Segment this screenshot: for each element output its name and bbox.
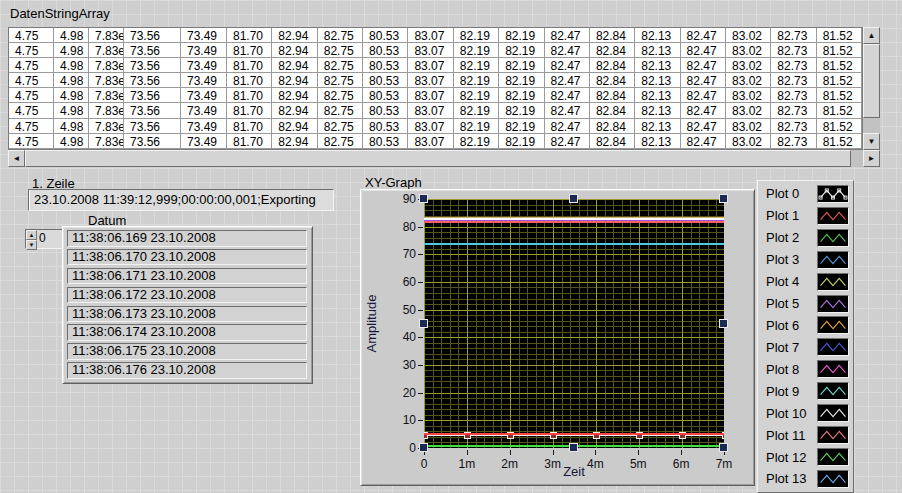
table-cell[interactable]: 82.47 (681, 134, 726, 149)
legend-item-plot-8[interactable]: Plot 8 (762, 358, 849, 380)
table-cell[interactable]: 81.52 (817, 28, 862, 43)
table-cell[interactable]: 83.02 (726, 103, 771, 118)
scroll-down-button[interactable]: ▼ (863, 133, 880, 150)
table-cell[interactable]: 82.13 (635, 134, 680, 149)
table-cell[interactable]: 82.94 (272, 134, 317, 149)
table-cell[interactable]: 82.73 (771, 103, 816, 118)
table-cell[interactable]: 4.75 (9, 43, 54, 58)
table-cell[interactable]: 83.02 (726, 119, 771, 134)
table-cell[interactable]: 83.07 (408, 73, 453, 88)
table-cell[interactable]: 80.53 (363, 58, 408, 73)
legend-sample-icon[interactable] (817, 404, 849, 422)
selection-handle[interactable] (569, 194, 578, 203)
table-cell[interactable]: 82.19 (499, 88, 544, 103)
table-cell[interactable]: 82.47 (681, 88, 726, 103)
spinner-increment-icon[interactable]: ▲ (26, 230, 37, 240)
table-cell[interactable]: 81.70 (227, 119, 272, 134)
table-cell[interactable]: 82.13 (635, 119, 680, 134)
table-cell[interactable]: 73.56 (124, 103, 181, 118)
legend-sample-icon[interactable] (817, 360, 849, 378)
table-cell[interactable]: 80.53 (363, 103, 408, 118)
table-cell[interactable]: 82.19 (499, 73, 544, 88)
table-cell[interactable]: 73.56 (124, 134, 181, 149)
table-cell[interactable]: 7.83e (89, 134, 124, 149)
table-cell[interactable]: 82.94 (272, 119, 317, 134)
table-cell[interactable]: 82.19 (454, 119, 499, 134)
table-cell[interactable]: 82.13 (635, 43, 680, 58)
table-cell[interactable]: 81.70 (227, 103, 272, 118)
table-cell[interactable]: 81.70 (227, 134, 272, 149)
legend-item-plot-12[interactable]: Plot 12 (762, 446, 849, 468)
table-cell[interactable]: 82.84 (590, 58, 635, 73)
table-cell[interactable]: 82.84 (590, 73, 635, 88)
legend-item-plot-13[interactable]: Plot 13 (762, 468, 849, 490)
legend-sample-icon[interactable] (817, 185, 849, 203)
table-cell[interactable]: 4.98 (54, 58, 89, 73)
table-cell[interactable]: 7.83e (89, 28, 124, 43)
table-cell[interactable]: 82.47 (681, 43, 726, 58)
table-cell[interactable]: 82.47 (545, 58, 590, 73)
table-cell[interactable]: 7.83e (89, 119, 124, 134)
table-cell[interactable]: 80.53 (363, 28, 408, 43)
table-cell[interactable]: 82.75 (318, 28, 363, 43)
legend-item-plot-6[interactable]: Plot 6 (762, 315, 849, 337)
table-cell[interactable]: 83.07 (408, 28, 453, 43)
table-cell[interactable]: 82.13 (635, 73, 680, 88)
table-cell[interactable]: 81.52 (817, 73, 862, 88)
legend-sample-icon[interactable] (817, 426, 849, 444)
table-cell[interactable]: 82.19 (499, 119, 544, 134)
table-cell[interactable]: 82.73 (771, 73, 816, 88)
table-cell[interactable]: 82.73 (771, 134, 816, 149)
table-cell[interactable]: 82.19 (454, 73, 499, 88)
table-cell[interactable]: 73.49 (181, 119, 227, 134)
selection-handle[interactable] (419, 194, 428, 203)
table-cell[interactable]: 82.19 (454, 88, 499, 103)
table-cell[interactable]: 81.52 (817, 134, 862, 149)
table-cell[interactable]: 82.19 (454, 103, 499, 118)
legend-item-plot-11[interactable]: Plot 11 (762, 424, 849, 446)
table-cell[interactable]: 82.75 (318, 134, 363, 149)
table-cell[interactable]: 83.07 (408, 103, 453, 118)
table-cell[interactable]: 82.94 (272, 28, 317, 43)
table-cell[interactable]: 82.19 (499, 134, 544, 149)
selection-handle[interactable] (569, 443, 578, 452)
table-cell[interactable]: 4.75 (9, 28, 54, 43)
table-cell[interactable]: 82.47 (681, 119, 726, 134)
legend-item-plot-1[interactable]: Plot 1 (762, 205, 849, 227)
selection-handle[interactable] (719, 443, 728, 452)
table-cell[interactable]: 82.94 (272, 43, 317, 58)
table-cell[interactable]: 82.75 (318, 43, 363, 58)
table-cell[interactable]: 83.07 (408, 88, 453, 103)
table-cell[interactable]: 80.53 (363, 43, 408, 58)
table-cell[interactable]: 81.70 (227, 73, 272, 88)
table-cell[interactable]: 81.70 (227, 88, 272, 103)
table-cell[interactable]: 82.73 (771, 88, 816, 103)
table-cell[interactable]: 80.53 (363, 119, 408, 134)
table-cell[interactable]: 82.47 (681, 73, 726, 88)
table-cell[interactable]: 82.73 (771, 43, 816, 58)
legend-item-plot-2[interactable]: Plot 2 (762, 227, 849, 249)
table-cell[interactable]: 7.83e (89, 88, 124, 103)
table-cell[interactable]: 83.02 (726, 28, 771, 43)
table-cell[interactable]: 82.94 (272, 103, 317, 118)
legend-item-plot-0[interactable]: Plot 0 (762, 183, 849, 205)
table-vertical-scrollbar[interactable]: ▲ ▼ (863, 27, 880, 150)
table-cell[interactable]: 82.19 (454, 43, 499, 58)
table-cell[interactable]: 82.47 (545, 103, 590, 118)
table-cell[interactable]: 81.52 (817, 103, 862, 118)
table-cell[interactable]: 83.02 (726, 58, 771, 73)
selection-handle[interactable] (719, 319, 728, 328)
table-cell[interactable]: 82.94 (272, 58, 317, 73)
table-cell[interactable]: 80.53 (363, 88, 408, 103)
table-cell[interactable]: 83.02 (726, 134, 771, 149)
table-cell[interactable]: 4.75 (9, 73, 54, 88)
legend-sample-icon[interactable] (817, 295, 849, 313)
table-cell[interactable]: 81.52 (817, 119, 862, 134)
legend-item-plot-9[interactable]: Plot 9 (762, 380, 849, 402)
table-cell[interactable]: 73.56 (124, 119, 181, 134)
table-cell[interactable]: 82.84 (590, 119, 635, 134)
table-cell[interactable]: 82.47 (681, 28, 726, 43)
table-cell[interactable]: 82.19 (499, 43, 544, 58)
table-cell[interactable]: 82.73 (771, 58, 816, 73)
table-cell[interactable]: 73.49 (181, 88, 227, 103)
